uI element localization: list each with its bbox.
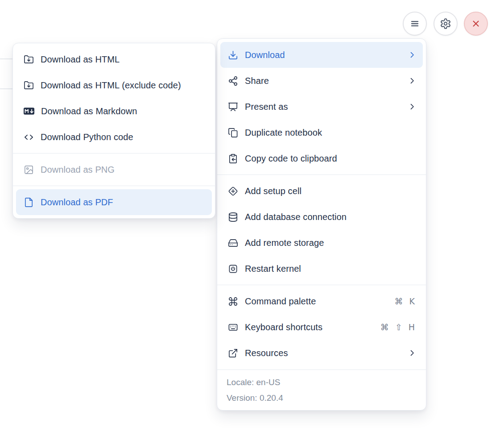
menu-item-label: Download as Markdown [41, 106, 206, 116]
chevron-right-icon [408, 76, 417, 85]
shortcut-hint: ⌘ ⇧ H [380, 322, 417, 332]
background-cell-edge [0, 88, 13, 89]
menu-item-download-as-html-exclude-code[interactable]: Download as HTML (exclude code) [16, 72, 212, 98]
download-icon [228, 50, 238, 60]
menu-item-label: Copy code to clipboard [245, 154, 417, 164]
menu-item-label: Present as [245, 102, 401, 112]
menu-footer: Locale: en-US Version: 0.20.4 [217, 369, 426, 410]
menu-item-add-setup-cell[interactable]: Add setup cell [220, 178, 423, 204]
menu-item-label: Keyboard shortcuts [245, 322, 374, 332]
file-icon [24, 197, 34, 208]
close-icon [471, 18, 481, 29]
version-text: Version: 0.20.4 [227, 390, 417, 406]
menu-item-download-as-markdown[interactable]: Download as Markdown [16, 98, 212, 124]
folder-down-icon [24, 80, 34, 91]
menu-item-label: Download [245, 50, 401, 60]
menu-divider [13, 186, 215, 186]
notebook-menu-button[interactable] [403, 12, 427, 36]
chevron-right-icon [408, 102, 417, 111]
external-link-icon [228, 348, 238, 358]
diamond-plus-icon [228, 186, 238, 196]
menu-item-label: Download as HTML [41, 54, 206, 65]
duplicate-icon [228, 128, 238, 138]
code-icon [24, 132, 34, 142]
menu-item-add-remote-storage[interactable]: Add remote storage [220, 230, 423, 256]
menu-item-label: Add database connection [245, 212, 417, 222]
menu-item-download[interactable]: Download [220, 42, 423, 68]
menu-item-download-python-code[interactable]: Download Python code [16, 124, 212, 150]
menu-item-label: Duplicate notebook [245, 128, 417, 138]
menu-item-label: Resources [245, 348, 401, 358]
power-square-icon [228, 264, 238, 274]
menu-item-command-palette[interactable]: Command palette ⌘ K [220, 288, 423, 314]
hard-drive-icon [228, 238, 238, 248]
settings-button[interactable] [434, 12, 458, 36]
menu-item-label: Download as HTML (exclude code) [41, 80, 206, 91]
menu-item-label: Command palette [245, 296, 388, 307]
menu-item-label: Add setup cell [245, 186, 417, 196]
chevron-right-icon [408, 50, 417, 59]
menu-item-label: Download as PDF [41, 197, 206, 208]
menu-item-restart-kernel[interactable]: Restart kernel [220, 256, 423, 282]
gear-icon [440, 18, 451, 29]
notebook-menu: Download Share Present as Duplicate note… [217, 38, 426, 411]
image-icon [24, 165, 34, 175]
menu-item-duplicate-notebook[interactable]: Duplicate notebook [220, 120, 423, 145]
menu-item-present-as[interactable]: Present as [220, 94, 423, 120]
menu-item-label: Download as PNG [41, 165, 206, 175]
menu-divider [13, 153, 215, 154]
folder-down-icon [24, 54, 34, 65]
close-button[interactable] [464, 12, 488, 36]
background-cell-edge [0, 58, 13, 59]
menu-item-label: Share [245, 76, 401, 86]
menu-item-add-database-connection[interactable]: Add database connection [220, 204, 423, 230]
menu-item-resources[interactable]: Resources [220, 340, 423, 366]
markdown-icon [24, 108, 34, 115]
keyboard-icon [228, 322, 238, 332]
clipboard-copy-icon [228, 154, 238, 164]
menu-item-download-as-html[interactable]: Download as HTML [16, 46, 212, 72]
menu-divider [217, 285, 426, 285]
database-icon [228, 212, 238, 222]
menu-item-label: Download Python code [41, 132, 206, 142]
share-icon [228, 76, 238, 86]
menu-item-keyboard-shortcuts[interactable]: Keyboard shortcuts ⌘ ⇧ H [220, 314, 423, 340]
menu-item-label: Add remote storage [245, 238, 417, 248]
menu-item-download-as-pdf[interactable]: Download as PDF [16, 189, 212, 215]
presentation-icon [228, 102, 238, 112]
download-submenu: Download as HTML Download as HTML (exclu… [12, 43, 215, 219]
menu-item-download-as-png: Download as PNG [16, 157, 212, 183]
menu-item-label: Restart kernel [245, 264, 417, 274]
hamburger-menu-icon [409, 18, 421, 29]
menu-item-copy-code-to-clipboard[interactable]: Copy code to clipboard [220, 145, 423, 171]
menu-item-share[interactable]: Share [220, 68, 423, 94]
menu-divider [217, 174, 426, 175]
shortcut-hint: ⌘ K [395, 296, 417, 306]
command-icon [228, 296, 238, 307]
locale-text: Locale: en-US [227, 374, 417, 390]
chevron-right-icon [408, 349, 417, 357]
